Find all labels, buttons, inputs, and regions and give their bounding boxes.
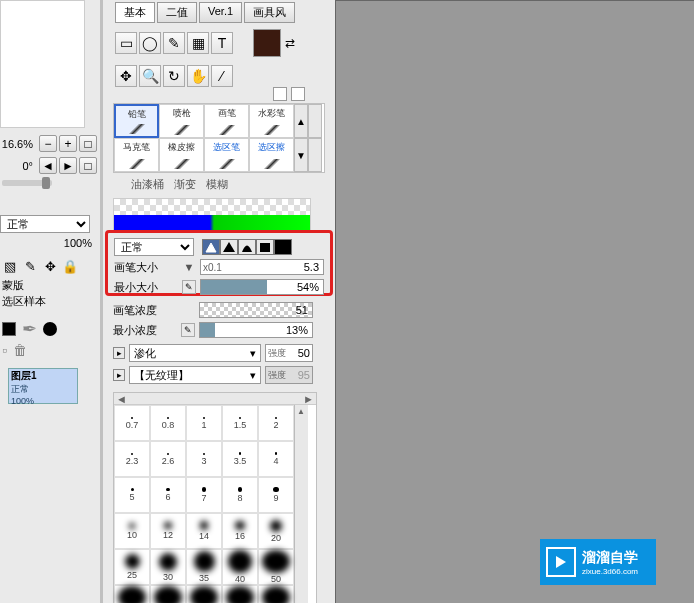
size-9[interactable]: 9	[258, 477, 294, 513]
tab-3[interactable]: 画具风	[244, 2, 295, 23]
tab-2[interactable]: Ver.1	[199, 2, 242, 23]
size-7[interactable]: 7	[186, 477, 222, 513]
zoom-in-button[interactable]: +	[59, 135, 77, 152]
navigator-thumbnail[interactable]	[0, 0, 85, 128]
size-4[interactable]: 4	[258, 441, 294, 477]
size-16[interactable]: 16	[222, 513, 258, 549]
size-10[interactable]: 10	[114, 513, 150, 549]
min-size-field[interactable]: 54%	[200, 279, 324, 295]
zoom-out-button[interactable]: −	[39, 135, 57, 152]
size-40[interactable]: 40	[222, 549, 258, 585]
density-dropdown-icon[interactable]	[181, 303, 195, 317]
size-60[interactable]: 60	[114, 585, 150, 603]
tool-toolrow1-4[interactable]: T	[211, 32, 233, 54]
size-scrollbar[interactable]	[294, 405, 308, 603]
tool-toolrow2-1[interactable]: 🔍	[139, 65, 161, 87]
pen-nib-icon[interactable]: ✒	[22, 318, 37, 340]
tab-1[interactable]: 二值	[157, 2, 197, 23]
texture-expand-icon[interactable]: ▸	[113, 369, 125, 381]
brush-水彩笔[interactable]: 水彩笔	[249, 104, 294, 138]
brush-选区笔[interactable]: 选区笔	[204, 138, 249, 172]
foreground-color-swatch[interactable]	[253, 29, 281, 57]
brush-马克笔[interactable]: 马克笔	[114, 138, 159, 172]
lock-icon[interactable]: 🔒	[62, 258, 78, 274]
tab-0[interactable]: 基本	[115, 2, 155, 23]
size-20[interactable]: 20	[258, 513, 294, 549]
rotation-slider[interactable]	[2, 180, 52, 186]
brush-scroll-up[interactable]: ▲	[294, 104, 308, 138]
new-layer-icon[interactable]: ▫	[2, 342, 7, 358]
brush-画笔[interactable]: 画笔	[204, 104, 249, 138]
bg-swatch-2[interactable]	[291, 87, 305, 101]
size-5[interactable]: 5	[114, 477, 150, 513]
size-3.5[interactable]: 3.5	[222, 441, 258, 477]
brush-铅笔[interactable]: 铅笔	[114, 104, 159, 138]
texture-select[interactable]: 【无纹理】▾	[129, 366, 261, 384]
canvas-area[interactable]	[335, 0, 694, 603]
brush-scroll-track[interactable]	[308, 104, 322, 138]
size-8[interactable]: 8	[222, 477, 258, 513]
layer-blend-select[interactable]: 正常	[0, 215, 90, 233]
tool-toolrow1-2[interactable]: ✎	[163, 32, 185, 54]
shape-5[interactable]	[274, 239, 292, 255]
shape-4[interactable]	[256, 239, 274, 255]
size-0.7[interactable]: 0.7	[114, 405, 150, 441]
blur-expand-icon[interactable]: ▸	[113, 347, 125, 359]
black-swatch[interactable]	[2, 322, 16, 336]
size-2.3[interactable]: 2.3	[114, 441, 150, 477]
size-50[interactable]: 50	[258, 549, 294, 585]
brush-size-dropdown-icon[interactable]: ▼	[182, 260, 196, 274]
size-0.8[interactable]: 0.8	[150, 405, 186, 441]
size-2.6[interactable]: 2.6	[150, 441, 186, 477]
size-70[interactable]: 70	[150, 585, 186, 603]
min-density-pressure-icon[interactable]: ✎	[181, 323, 195, 337]
size-35[interactable]: 35	[186, 549, 222, 585]
clipping-icon[interactable]: ✎	[22, 258, 38, 274]
rotate-ccw-button[interactable]: ◄	[39, 157, 57, 174]
size-30[interactable]: 30	[150, 549, 186, 585]
rotate-cw-button[interactable]: ►	[59, 157, 77, 174]
brush-scroll-down[interactable]: ▼	[294, 138, 308, 172]
size-80[interactable]: 80	[186, 585, 222, 603]
brush-blend-select[interactable]: 正常	[114, 238, 194, 256]
size-6[interactable]: 6	[150, 477, 186, 513]
tool-toolrow2-4[interactable]: ⁄	[211, 65, 233, 87]
move-icon[interactable]: ✥	[42, 258, 58, 274]
brush-extra-模糊[interactable]: 模糊	[206, 177, 228, 192]
brush-size-field[interactable]: x0.1 5.3	[200, 259, 324, 275]
tool-toolrow2-3[interactable]: ✋	[187, 65, 209, 87]
size-120[interactable]: 120	[258, 585, 294, 603]
preserve-opacity-icon[interactable]: ▧	[2, 258, 18, 274]
size-14[interactable]: 14	[186, 513, 222, 549]
size-100[interactable]: 100	[222, 585, 258, 603]
shape-3[interactable]	[238, 239, 256, 255]
zoom-reset-button[interactable]: □	[79, 135, 97, 152]
brush-extra-渐变[interactable]: 渐变	[174, 177, 196, 192]
brush-extra-油漆桶[interactable]: 油漆桶	[131, 177, 164, 192]
size-2[interactable]: 2	[258, 405, 294, 441]
swap-colors-icon[interactable]: ⇄	[285, 36, 299, 50]
tool-toolrow2-2[interactable]: ↻	[163, 65, 185, 87]
min-density-field[interactable]: 13%	[199, 322, 313, 338]
brush-选区擦[interactable]: 选区擦	[249, 138, 294, 172]
bg-swatch-1[interactable]	[273, 87, 287, 101]
rotate-reset-button[interactable]: □	[79, 157, 97, 174]
size-3[interactable]: 3	[186, 441, 222, 477]
shape-2[interactable]	[220, 239, 238, 255]
brush-橡皮擦[interactable]: 橡皮擦	[159, 138, 204, 172]
tool-toolrow1-0[interactable]: ▭	[115, 32, 137, 54]
dot-icon[interactable]	[43, 322, 57, 336]
shape-1[interactable]	[202, 239, 220, 255]
blur-strength-field[interactable]: 强度 50	[265, 344, 313, 362]
delete-layer-icon[interactable]: 🗑	[13, 342, 27, 358]
tool-toolrow2-0[interactable]: ✥	[115, 65, 137, 87]
size-1.5[interactable]: 1.5	[222, 405, 258, 441]
min-size-pressure-icon[interactable]: ✎	[182, 280, 196, 294]
tool-toolrow1-3[interactable]: ▦	[187, 32, 209, 54]
palette-hscroll[interactable]: ◄►	[114, 393, 316, 405]
density-field[interactable]: 51	[199, 302, 313, 318]
brush-喷枪[interactable]: 喷枪	[159, 104, 204, 138]
tool-toolrow1-1[interactable]: ◯	[139, 32, 161, 54]
blur-select[interactable]: 渗化▾	[129, 344, 261, 362]
size-12[interactable]: 12	[150, 513, 186, 549]
